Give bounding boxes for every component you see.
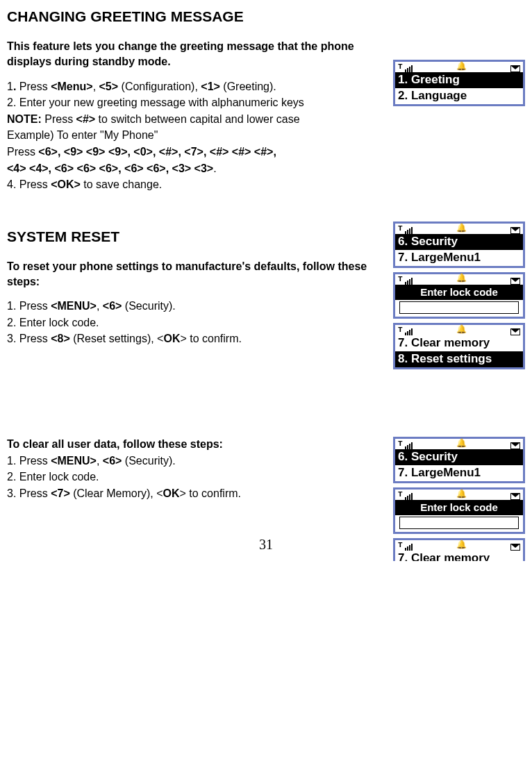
signal-icon: T [398,540,413,551]
clear-step-1: 1. Press <MENU>, <6> (Security). [7,453,396,469]
intro-reset: To reset your phone settings to manufact… [7,259,396,289]
bell-icon: 🔔 [456,61,467,72]
bell-icon: 🔔 [456,489,467,500]
reset-step-2: 2. Enter lock code. [7,315,396,331]
signal-icon: T [398,274,413,285]
keys-line-2: <4> <4>, <6> <6> <6>, <6> <6>, <3> <3>. [7,161,396,176]
section-clear-data: T 🔔 6. Security 7. LargeMenu1 T 🔔 Enter … [7,437,525,501]
steps-clear: 1. Press <MENU>, <6> (Security). 2. Ente… [7,453,396,501]
example-line: Example) To enter "My Phone" [7,128,396,143]
step-2: 2. Enter your new greeting message with … [7,95,396,110]
mail-icon [510,278,520,285]
mail-icon [510,65,520,72]
section-greeting: T 🔔 1. Greeting 2. Language CHANGING GRE… [7,7,525,192]
phone-screen-security: T 🔔 6. Security 7. LargeMenu1 [393,221,525,268]
note-line: NOTE: Press <#> to switch between capita… [7,112,396,127]
lockcode-title: Enter lock code [395,285,523,300]
menu-row-clearmemory: 7. Clear memory [395,551,523,561]
bell-icon: 🔔 [456,324,467,335]
steps-greeting: 1. Press <Menu>, <5> (Configuration), <1… [7,79,396,192]
phone-screen-resetsettings: T 🔔 7. Clear memory 8. Reset settings [393,323,525,369]
section-system-reset: T 🔔 6. Security 7. LargeMenu1 T 🔔 Enter … [7,227,525,346]
bell-icon: 🔔 [456,223,467,234]
status-bar: T 🔔 [395,224,523,234]
menu-row-greeting: 1. Greeting [395,72,523,88]
screens-clear: T 🔔 6. Security 7. LargeMenu1 T 🔔 Enter … [393,437,525,561]
mail-icon [510,328,520,335]
steps-reset: 1. Press <MENU>, <6> (Security). 2. Ente… [7,299,396,346]
status-bar: T 🔔 [395,325,523,335]
phone-screen-greeting: T 🔔 1. Greeting 2. Language [393,60,525,106]
lockcode-input [399,517,519,529]
step-4: 4. Press <OK> to save change. [7,177,396,192]
menu-row-resetsettings: 8. Reset settings [395,351,523,367]
bell-icon: 🔔 [456,438,467,449]
heading-greeting: CHANGING GREETING MESSAGE [7,7,525,26]
status-bar: T 🔔 [395,439,523,449]
status-bar: T 🔔 [395,490,523,500]
intro-greeting: This feature lets you change the greetin… [7,39,396,69]
menu-row-clearmemory: 7. Clear memory [395,335,523,351]
menu-row-largemenu: 7. LargeMenu1 [395,465,523,481]
menu-row-largemenu: 7. LargeMenu1 [395,250,523,266]
lockcode-input [399,301,519,314]
signal-icon: T [398,325,413,335]
status-bar: T 🔔 [395,274,523,285]
intro-clear: To clear all user data, follow these ste… [7,437,396,452]
mail-icon [510,493,520,500]
status-bar: T 🔔 [395,540,523,551]
bell-icon: 🔔 [456,273,467,284]
menu-row-security: 6. Security [395,234,523,250]
bell-icon: 🔔 [456,540,467,551]
status-bar: T 🔔 [395,62,523,72]
phone-screen-lockcode: T 🔔 Enter lock code [393,272,525,319]
screens-greeting: T 🔔 1. Greeting 2. Language [393,60,525,110]
screens-reset: T 🔔 6. Security 7. LargeMenu1 T 🔔 Enter … [393,221,525,374]
clear-step-2: 2. Enter lock code. [7,469,396,485]
reset-step-1: 1. Press <MENU>, <6> (Security). [7,299,396,314]
signal-icon: T [398,224,413,234]
phone-screen-resetsettings2: T 🔔 7. Clear memory 8. Reset settings [393,538,525,561]
mail-icon [510,442,520,449]
clear-step-3: 3. Press <7> (Clear Memory), <OK> to con… [7,486,396,501]
signal-icon: T [398,62,413,72]
signal-icon: T [398,439,413,449]
lockcode-title: Enter lock code [395,500,523,515]
menu-row-language: 2. Language [395,88,523,104]
signal-icon: T [398,490,413,500]
mail-icon [510,227,520,234]
reset-step-3: 3. Press <8> (Reset settings), <OK> to c… [7,331,396,346]
step-1: 1. Press <Menu>, <5> (Configuration), <1… [7,79,396,94]
mail-icon [510,544,520,551]
keys-line-1: Press <6>, <9> <9> <9>, <0>, <#>, <7>, <… [7,144,396,160]
phone-screen-security2: T 🔔 6. Security 7. LargeMenu1 [393,437,525,483]
phone-screen-lockcode2: T 🔔 Enter lock code [393,487,525,534]
menu-row-security: 6. Security [395,449,523,465]
